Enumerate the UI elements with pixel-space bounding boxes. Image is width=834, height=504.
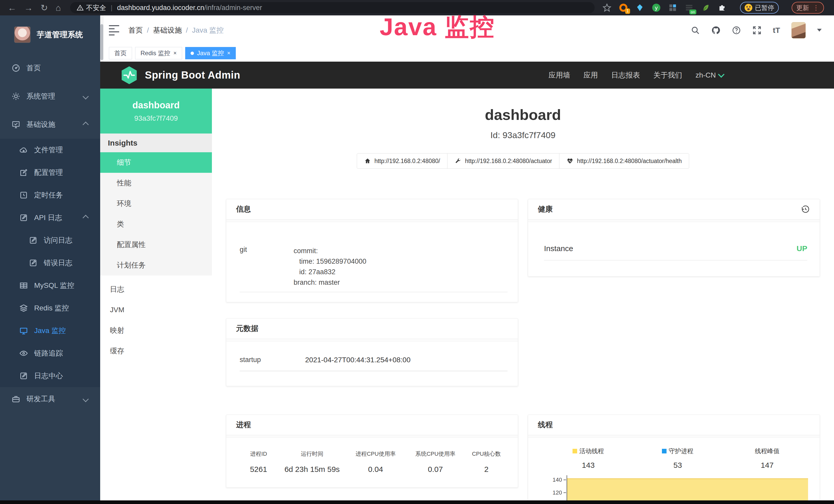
sba-instance-header[interactable]: dashboard 93a3fc7f7409 [100, 89, 212, 134]
paused-badge[interactable]: 已暂停 [740, 2, 779, 14]
extensions-puzzle-icon[interactable] [717, 3, 727, 13]
sidebar-item-label: 定时任务 [34, 190, 63, 200]
extension-grid-icon[interactable] [667, 3, 678, 13]
sba-item-label: 配置属性 [117, 240, 146, 250]
search-icon[interactable] [691, 26, 700, 35]
extension-leaf-icon[interactable] [700, 3, 711, 13]
sidebar-item-log-center[interactable]: 日志中心 [0, 365, 100, 387]
sba-item-mappings[interactable]: 映射 [100, 320, 212, 341]
sidebar-item-file-management[interactable]: 文件管理 [0, 139, 100, 161]
bookmark-star-icon[interactable] [602, 3, 612, 13]
sidebar-item-system[interactable]: 系统管理 [0, 82, 100, 110]
forward-icon[interactable]: → [24, 3, 33, 13]
close-icon[interactable]: × [173, 50, 177, 56]
sidebar-item-api-log[interactable]: API 日志 [0, 206, 100, 229]
screen: ← → ↻ ⌂ 不安全 | dashboard.yudao.iocoder.cn… [0, 0, 834, 504]
process-metrics: 进程ID 5261 运行时间 6d 23h 15m 59s 进程CPU使用率 0… [226, 438, 518, 474]
endpoint-health-button[interactable]: http://192.168.0.2:48080/actuator/health [559, 153, 689, 169]
edit-square-icon [19, 213, 28, 222]
sba-item-logs[interactable]: 日志 [100, 279, 212, 300]
sba-item-caches[interactable]: 缓存 [100, 341, 212, 361]
sba-item-config-props[interactable]: 配置属性 [100, 234, 212, 255]
sidebar-item-dev-tools[interactable]: 研发工具 [0, 387, 100, 411]
tab-redis-monitor[interactable]: Redis 监控 × [135, 47, 182, 59]
close-icon[interactable]: × [227, 50, 231, 56]
sidebar-item-redis-monitor[interactable]: Redis 监控 [0, 297, 100, 319]
endpoint-home-button[interactable]: http://192.168.0.2:48080/ [357, 153, 448, 169]
sba-item-environment[interactable]: 环境 [100, 193, 212, 214]
sidebar-toggle-icon[interactable] [109, 25, 119, 35]
endpoint-actuator-button[interactable]: http://192.168.0.2:48080/actuator [447, 153, 559, 169]
sidebar-item-mysql-monitor[interactable]: MySQL 监控 [0, 274, 100, 297]
sidebar-item-label: 配置管理 [34, 168, 63, 177]
tab-java-monitor[interactable]: Java 监控 × [185, 47, 236, 59]
metadata-card-title: 元数据 [226, 319, 518, 339]
reload-icon[interactable]: ↻ [41, 3, 48, 13]
address-bar[interactable]: 不安全 | dashboard.yudao.iocoder.cn /infra/… [70, 2, 595, 13]
y-tick-label: 120 [549, 489, 562, 496]
sidebar-item-label: 研发工具 [26, 394, 55, 404]
breadcrumb-home[interactable]: 首页 [128, 25, 143, 35]
sba-logo-icon [121, 66, 138, 85]
github-icon[interactable] [711, 26, 721, 35]
tab-label: Redis 监控 [140, 49, 170, 57]
threads-area-chart: 140 120 100 [567, 475, 808, 500]
sidebar-item-tracing[interactable]: 链路追踪 [0, 342, 100, 365]
browser-menu-icon[interactable]: ⋮ [813, 4, 819, 12]
breadcrumb-separator: / [147, 26, 149, 35]
user-avatar[interactable] [791, 22, 806, 39]
extension-y-icon[interactable]: y [651, 3, 661, 13]
metadata-row: startup 2021-04-27T00:44:31.254+08:00 [226, 356, 518, 364]
update-button[interactable]: 更新 ⋮ [792, 2, 824, 14]
process-metric: 进程ID 5261 [239, 450, 279, 474]
chevron-up-icon [83, 121, 89, 128]
scrollbar-track[interactable] [100, 16, 104, 62]
monitor-check-icon [12, 120, 20, 129]
locale-selector[interactable]: zh-CN [696, 71, 724, 79]
tab-label: Java 监控 [197, 49, 224, 57]
extension-orange-icon[interactable]: 1 [618, 3, 629, 13]
sba-nav-journal[interactable]: 日志报表 [611, 70, 640, 80]
info-git-row: git commit: time: 1596289704000 id: 27aa… [226, 246, 518, 288]
sba-item-scheduled-tasks[interactable]: 计划任务 [100, 255, 212, 275]
sba-item-jvm[interactable]: JVM [100, 300, 212, 320]
sidebar-item-label: 基础设施 [26, 120, 55, 130]
sidebar-item-home[interactable]: 首页 [0, 54, 100, 82]
help-icon[interactable] [732, 26, 741, 35]
sba-item-details[interactable]: 细节 [100, 152, 212, 173]
process-metric: 运行时间 6d 23h 15m 59s [279, 450, 346, 474]
sba-nav-about[interactable]: 关于我们 [654, 70, 682, 80]
tab-home[interactable]: 首页 [109, 47, 132, 59]
back-icon[interactable]: ← [8, 3, 17, 13]
info-value: commit: time: 1596289704000 id: 27aa832 … [293, 246, 366, 288]
home-icon[interactable]: ⌂ [56, 3, 61, 13]
scrollbar-thumb[interactable] [101, 24, 103, 60]
app-logo-row[interactable]: 芋道管理系统 [0, 16, 100, 54]
sidebar-item-java-monitor[interactable]: Java 监控 [0, 319, 100, 342]
extension-on-icon[interactable]: on [684, 3, 694, 13]
history-icon[interactable] [801, 205, 810, 214]
status-badge: UP [796, 244, 807, 253]
sba-item-classes[interactable]: 类 [100, 214, 212, 234]
sba-nav-wallboard[interactable]: 应用墙 [549, 70, 570, 80]
sidebar-item-infrastructure[interactable]: 基础设施 [0, 110, 100, 139]
sidebar-item-config-management[interactable]: 配置管理 [0, 161, 100, 184]
sba-item-metrics[interactable]: 性能 [100, 173, 212, 193]
app-logo-avatar [14, 26, 30, 43]
sba-sidebar: dashboard 93a3fc7f7409 Insights 细节 性能 环境… [100, 89, 212, 500]
briefcase-icon [12, 395, 20, 403]
app-title: 芋道管理系统 [37, 29, 83, 40]
extension-gem-icon[interactable] [635, 3, 645, 13]
font-size-icon[interactable]: tT [773, 26, 780, 35]
sidebar-item-error-log[interactable]: 错误日志 [0, 252, 100, 274]
breadcrumb-infrastructure[interactable]: 基础设施 [153, 25, 182, 35]
tag-tabbar: 首页 Redis 监控 × Java 监控 × [100, 45, 834, 62]
url-host: dashboard.yudao.iocoder.cn [117, 4, 204, 12]
sidebar-item-scheduled-jobs[interactable]: 定时任务 [0, 184, 100, 206]
sba-nav-applications[interactable]: 应用 [584, 70, 598, 80]
sidebar-item-access-log[interactable]: 访问日志 [0, 229, 100, 252]
user-menu-caret-icon[interactable] [817, 29, 822, 31]
gear-icon [12, 92, 20, 101]
sidebar-item-label: MySQL 监控 [34, 281, 74, 290]
fullscreen-icon[interactable] [752, 26, 762, 35]
